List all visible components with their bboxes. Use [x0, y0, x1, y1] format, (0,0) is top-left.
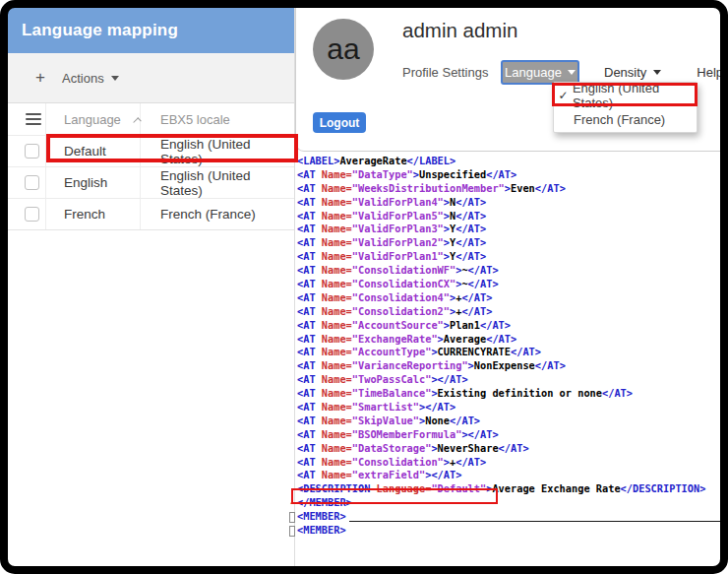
- xml-line: <AT Name="ValidForPlan1">Y</AT>: [297, 250, 722, 264]
- column-header-language[interactable]: Language: [46, 103, 141, 135]
- xml-line: <AT Name="ValidForPlan5">N</AT>: [297, 210, 722, 223]
- xml-line: <AT Name="SmartList"></AT>: [297, 401, 722, 415]
- table-row[interactable]: FrenchFrench (France): [8, 198, 294, 230]
- dropdown-option-english[interactable]: ✓ English (United States): [554, 83, 697, 107]
- xml-line: <AT Name="Consolidation4">+</AT>: [297, 291, 722, 305]
- table-menu-cell: [8, 103, 46, 135]
- horizontal-rule: [349, 521, 728, 523]
- collapse-node-icon[interactable]: -: [289, 496, 295, 510]
- menu-item-profile-settings[interactable]: Profile Settings: [402, 65, 501, 80]
- logout-button[interactable]: Logout: [313, 112, 366, 133]
- xml-line: <AT Name="WeeksDistributionMember">Even<…: [297, 182, 722, 196]
- table-body: DefaultEnglish (United States)EnglishEng…: [8, 135, 294, 230]
- avatar: aa: [313, 19, 374, 80]
- cell-locale: English (United States): [141, 168, 294, 198]
- xml-line: <AT Name="AccountType">CURRENCYRATE</AT>: [297, 346, 722, 359]
- row-checkbox-cell: [8, 199, 46, 229]
- column-header-locale[interactable]: EBX5 locale: [141, 112, 294, 127]
- xml-line: <MEMBER>: [297, 524, 722, 538]
- xml-line: <AT Name="DataStorage">NeverShare</AT>: [297, 442, 722, 456]
- actions-label: Actions: [62, 71, 104, 86]
- row-checkbox[interactable]: [25, 175, 39, 190]
- panel-header: Language mapping: [8, 8, 294, 53]
- cell-language: Default: [46, 136, 141, 166]
- xml-line: <AT Name="ConsolidationWF">~</AT>: [297, 264, 722, 278]
- chevron-down-icon: [568, 70, 576, 75]
- xml-line: <AT Name="BSOMemberFormula"></AT>: [297, 428, 722, 442]
- dropdown-option-french[interactable]: French (France): [554, 107, 697, 132]
- language-dropdown-menu: ✓ English (United States) French (France…: [553, 82, 698, 133]
- menu-item-help[interactable]: Help: [697, 65, 723, 80]
- row-checkbox[interactable]: [25, 207, 39, 222]
- hamburger-icon[interactable]: [26, 110, 41, 128]
- row-checkbox-cell: [8, 167, 46, 198]
- expand-node-icon[interactable]: [289, 512, 295, 523]
- xml-line: <AT Name="ConsolidationCX">~</AT>: [297, 278, 722, 291]
- chevron-down-icon: [111, 76, 119, 81]
- xml-viewer: <LABEL>AverageRate</LABEL><AT Name="Data…: [297, 155, 722, 538]
- chevron-down-icon: [653, 70, 661, 75]
- cell-locale: English (United States): [141, 137, 294, 166]
- cell-locale: French (France): [141, 207, 294, 222]
- xml-line: <AT Name="SkipValue">None</AT>: [297, 415, 722, 428]
- xml-line: <LABEL>AverageRate</LABEL>: [297, 155, 722, 168]
- user-name: admin admin: [402, 19, 517, 42]
- checkmark-icon: ✓: [554, 89, 573, 102]
- xml-line: <AT Name="TwoPassCalc"></AT>: [297, 373, 722, 387]
- row-checkbox-cell: [8, 136, 46, 166]
- actions-menu-button[interactable]: Actions: [62, 71, 119, 86]
- xml-line: <AT Name="TimeBalance">Existing definiti…: [297, 387, 722, 401]
- table-row[interactable]: EnglishEnglish (United States): [8, 166, 294, 198]
- table-header-row: Language EBX5 locale: [8, 103, 294, 135]
- language-mapping-table: Language EBX5 locale DefaultEnglish (Uni…: [8, 102, 294, 230]
- xml-line: <AT Name="ValidForPlan2">Y</AT>: [297, 236, 722, 250]
- menu-item-language-button[interactable]: Language: [501, 60, 579, 85]
- menu-item-density[interactable]: Density: [604, 65, 661, 80]
- xml-line: <AT Name="extraField"></AT>: [297, 469, 722, 482]
- expand-node-icon[interactable]: [289, 526, 295, 537]
- add-icon[interactable]: +: [32, 70, 48, 86]
- xml-line: <DESCRIPTION Language="Default">Average …: [297, 482, 722, 496]
- xml-line: <AT Name="Consolidation2">+</AT>: [297, 305, 722, 319]
- xml-line: <AT Name="VarianceReporting">NonExpense<…: [297, 359, 722, 373]
- xml-line: -</MEMBER>: [297, 496, 722, 510]
- page-title: Language mapping: [22, 21, 178, 40]
- xml-line: <AT Name="ValidForPlan4">N</AT>: [297, 196, 722, 210]
- cell-language: English: [46, 167, 141, 198]
- table-row[interactable]: DefaultEnglish (United States): [8, 135, 294, 166]
- xml-line: <AT Name="ValidForPlan3">Y</AT>: [297, 223, 722, 236]
- xml-line: <AT Name="ExchangeRate">Average</AT>: [297, 333, 722, 347]
- xml-line: <AT Name="AccountSource">Plan1</AT>: [297, 319, 722, 333]
- language-mapping-panel: Language mapping + Actions Language EBX5…: [8, 8, 295, 566]
- row-checkbox[interactable]: [25, 144, 39, 159]
- xml-line: <MEMBER>: [297, 510, 722, 524]
- xml-line: <AT Name="DataType">Unspecified</AT>: [297, 168, 722, 182]
- xml-line: <AT Name="Consolidation">+</AT>: [297, 456, 722, 470]
- avatar-initials: aa: [327, 32, 359, 66]
- cell-language: French: [46, 199, 141, 229]
- actions-toolbar: + Actions: [8, 53, 294, 102]
